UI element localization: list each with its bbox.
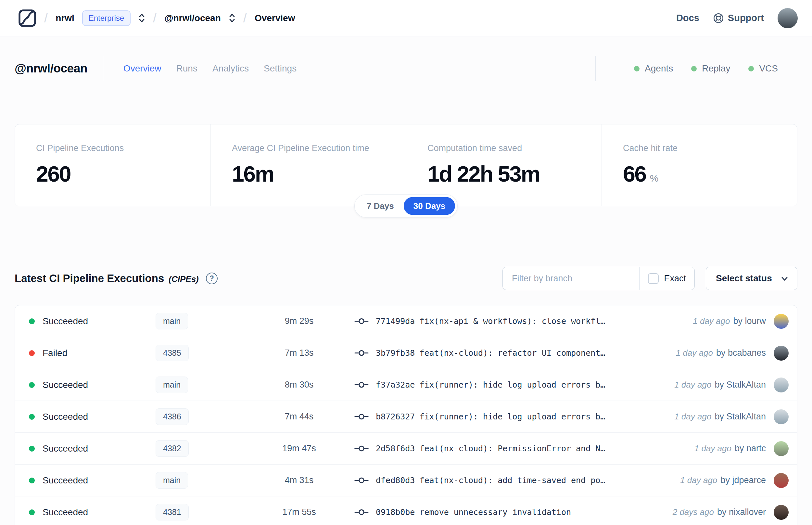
branch-badge[interactable]: 4381 bbox=[156, 504, 189, 521]
stat-value-number: 1d 22h 53m bbox=[427, 161, 539, 186]
cipe-row[interactable]: Succeeded 4381 17m 55s 0918b0beremove un… bbox=[15, 496, 797, 525]
tab-runs[interactable]: Runs bbox=[177, 63, 198, 74]
range-30-days-button[interactable]: 30 Days bbox=[404, 197, 455, 215]
stat-value: 1d 22h 53m bbox=[427, 161, 592, 186]
commit-message: fix(nx-api & workflows): close workfl… bbox=[419, 316, 605, 326]
cipe-duration: 8m 30s bbox=[267, 380, 332, 390]
cipe-row[interactable]: Succeeded main 4m 31s dfed80d3feat(nx-cl… bbox=[15, 465, 797, 496]
breadcrumb-workspace[interactable]: @nrwl/ocean bbox=[164, 13, 221, 24]
author-avatar bbox=[774, 314, 788, 329]
cipe-row[interactable]: Succeeded 4382 19m 47s 2d58f6d3feat(nx-c… bbox=[15, 433, 797, 465]
branch-filter-input[interactable] bbox=[503, 267, 639, 290]
cipe-status: Succeeded bbox=[43, 380, 156, 390]
status-select-button[interactable]: Select status bbox=[706, 267, 797, 290]
status-dot bbox=[29, 509, 35, 515]
commit-hash: 0918b0be bbox=[376, 508, 415, 517]
cipe-meta: 1 day ago by StalkAltan bbox=[674, 377, 788, 392]
cipe-time: 1 day ago bbox=[676, 348, 713, 358]
feature-replay-label: Replay bbox=[702, 63, 730, 74]
top-header: / nrwl Enterprise / @nrwl/ocean / Overvi… bbox=[0, 0, 812, 36]
status-dot bbox=[29, 446, 35, 452]
executions-section-header: Latest CI Pipeline Executions (CIPEs) ? … bbox=[15, 267, 797, 290]
commit-hash: b8726327 bbox=[376, 412, 415, 421]
tab-settings[interactable]: Settings bbox=[264, 63, 296, 74]
stat-value-number: 16m bbox=[232, 161, 274, 186]
stat-value-suffix: % bbox=[650, 173, 659, 184]
cipe-author: by jdpearce bbox=[720, 475, 766, 485]
git-commit-icon bbox=[354, 317, 369, 325]
cipe-status: Succeeded bbox=[43, 411, 156, 422]
org-switcher-icon[interactable] bbox=[138, 13, 145, 24]
cipe-row[interactable]: Succeeded 4386 7m 44s b8726327fix(runner… bbox=[15, 401, 797, 433]
executions-title-wrap: Latest CI Pipeline Executions (CIPEs) bbox=[15, 272, 199, 285]
executions-title: Latest CI Pipeline Executions bbox=[15, 272, 164, 285]
cipe-table: Succeeded main 9m 29s 771499dafix(nx-api… bbox=[15, 305, 797, 525]
commit-message: feat(nx-cloud): refactor UI component… bbox=[419, 348, 605, 358]
cipe-time: 1 day ago bbox=[674, 380, 711, 390]
status-dot bbox=[29, 414, 35, 420]
cipe-duration: 7m 13s bbox=[267, 348, 332, 358]
tab-analytics[interactable]: Analytics bbox=[212, 63, 249, 74]
docs-link[interactable]: Docs bbox=[676, 13, 699, 24]
nx-cloud-logo-icon[interactable] bbox=[18, 9, 36, 27]
commit-text: 771499dafix(nx-api & workflows): close w… bbox=[376, 316, 605, 326]
commit-message: remove unnecessary invalidation bbox=[419, 508, 571, 517]
cipe-time: 1 day ago bbox=[674, 411, 711, 422]
cipe-duration: 17m 55s bbox=[267, 507, 332, 517]
author-avatar bbox=[774, 441, 788, 456]
commit-text: dfed80d3feat(nx-cloud): add time-saved e… bbox=[376, 476, 605, 485]
breadcrumb-separator: / bbox=[153, 11, 156, 25]
commit-text: f37a32aefix(runner): hide log upload err… bbox=[376, 380, 605, 390]
cipe-row[interactable]: Succeeded main 8m 30s f37a32aefix(runner… bbox=[15, 369, 797, 401]
commit-hash: 3b79fb38 bbox=[376, 348, 415, 358]
support-link[interactable]: Support bbox=[713, 13, 764, 24]
branch-badge[interactable]: main bbox=[156, 376, 188, 393]
branch-badge[interactable]: main bbox=[156, 472, 188, 489]
git-commit-icon bbox=[354, 412, 369, 421]
cipe-row[interactable]: Failed 4385 7m 13s 3b79fb38feat(nx-cloud… bbox=[15, 337, 797, 369]
life-buoy-icon bbox=[713, 13, 724, 24]
branch-badge[interactable]: main bbox=[156, 313, 188, 329]
cipe-time: 1 day ago bbox=[693, 316, 730, 326]
cipe-row[interactable]: Succeeded main 9m 29s 771499dafix(nx-api… bbox=[15, 305, 797, 337]
status-dot bbox=[29, 318, 35, 324]
commit-hash: dfed80d3 bbox=[376, 476, 415, 485]
cipe-time: 1 day ago bbox=[694, 444, 732, 453]
range-7-days-button[interactable]: 7 Days bbox=[357, 197, 404, 215]
exact-checkbox[interactable] bbox=[648, 273, 659, 284]
commit-hash: 771499da bbox=[376, 316, 415, 326]
git-commit-icon bbox=[354, 381, 369, 389]
author-avatar bbox=[774, 377, 788, 392]
user-avatar[interactable] bbox=[778, 8, 798, 28]
commit: 3b79fb38feat(nx-cloud): refactor UI comp… bbox=[354, 348, 666, 358]
workspace-switcher-icon[interactable] bbox=[229, 13, 235, 24]
commit: b8726327fix(runner): hide log upload err… bbox=[354, 412, 664, 421]
executions-filters: Exact Select status bbox=[503, 267, 797, 290]
cipe-meta: 1 day ago by bcabanes bbox=[676, 346, 788, 361]
help-icon[interactable]: ? bbox=[206, 273, 218, 284]
chevron-down-icon bbox=[781, 274, 788, 283]
status-dot bbox=[29, 382, 35, 388]
commit: f37a32aefix(runner): hide log upload err… bbox=[354, 380, 664, 390]
git-commit-icon bbox=[354, 445, 369, 452]
breadcrumb-org[interactable]: nrwl bbox=[56, 13, 74, 24]
cipe-meta: 1 day ago by nartc bbox=[694, 441, 788, 456]
commit-message: fix(runner): hide log upload errors b… bbox=[419, 380, 605, 390]
stats-card: CI Pipeline Executions 260 Average CI Pi… bbox=[15, 124, 797, 206]
git-commit-icon bbox=[354, 508, 369, 516]
branch-badge[interactable]: 4385 bbox=[156, 345, 189, 361]
executions-title-suffix: (CIPEs) bbox=[169, 274, 198, 284]
branch-badge[interactable]: 4386 bbox=[156, 408, 189, 425]
branch-badge[interactable]: 4382 bbox=[156, 440, 189, 457]
cipe-time: 2 days ago bbox=[673, 507, 714, 517]
feature-vcs-label: VCS bbox=[759, 63, 778, 74]
features-divider bbox=[595, 56, 596, 81]
commit: 0918b0beremove unnecessary invalidation bbox=[354, 508, 663, 517]
cipe-author: by lourw bbox=[733, 316, 766, 326]
cipe-meta: 1 day ago by jdpearce bbox=[680, 473, 788, 488]
status-dot bbox=[29, 478, 35, 483]
cipe-author: by bcabanes bbox=[716, 348, 766, 358]
git-commit-icon bbox=[354, 476, 369, 484]
author-avatar bbox=[774, 505, 788, 520]
tab-overview[interactable]: Overview bbox=[123, 63, 162, 74]
